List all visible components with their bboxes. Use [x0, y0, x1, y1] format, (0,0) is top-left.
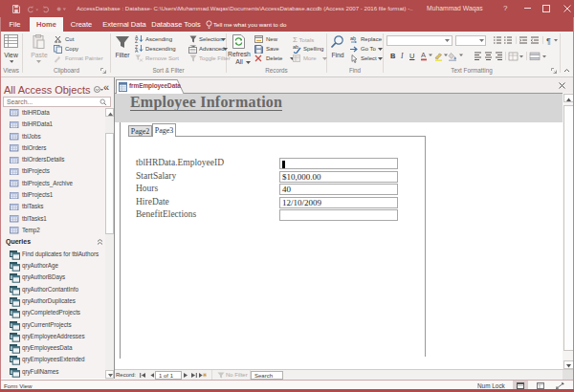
svg-text:¶: ¶: [546, 36, 551, 46]
svg-text:ab: ab: [350, 35, 356, 41]
svg-text:Z: Z: [135, 38, 138, 43]
svg-text:A: A: [421, 51, 426, 59]
svg-text:ab: ab: [293, 44, 298, 50]
svg-text:A: A: [135, 48, 139, 53]
